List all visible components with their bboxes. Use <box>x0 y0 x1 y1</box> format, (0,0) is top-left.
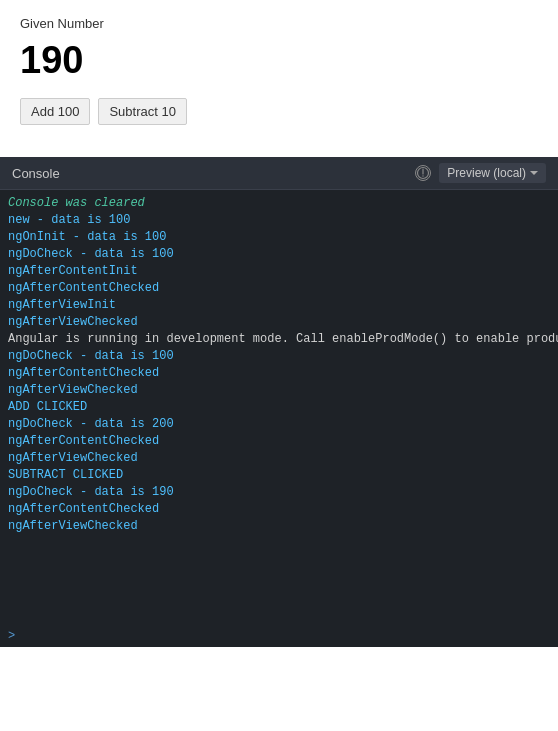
console-line: ngAfterViewChecked <box>8 381 550 398</box>
preview-select[interactable]: Preview (local) <box>439 163 546 183</box>
console-line: ngAfterContentChecked <box>8 500 550 517</box>
chevron-down-icon <box>530 171 538 175</box>
console-line: ngDoCheck - data is 200 <box>8 415 550 432</box>
console-line: ngAfterViewChecked <box>8 517 550 534</box>
given-number-label: Given Number <box>20 16 538 31</box>
console-line: ngAfterContentInit <box>8 262 550 279</box>
console-toolbar: Preview (local) <box>415 163 546 183</box>
svg-point-2 <box>423 175 424 176</box>
buttons-row: Add 100 Subtract 10 <box>20 98 538 125</box>
console-line: ngAfterContentChecked <box>8 364 550 381</box>
number-display: 190 <box>20 39 538 82</box>
console-line: new - data is 100 <box>8 211 550 228</box>
console-line: ngAfterViewInit <box>8 296 550 313</box>
subtract-button[interactable]: Subtract 10 <box>98 98 187 125</box>
console-line: Angular is running in development mode. … <box>8 330 550 347</box>
console-line: ngAfterViewChecked <box>8 313 550 330</box>
console-line: ADD CLICKED <box>8 398 550 415</box>
console-line: ngDoCheck - data is 190 <box>8 483 550 500</box>
console-line: SUBTRACT CLICKED <box>8 466 550 483</box>
console-section: Console Preview (local) Console was clea… <box>0 157 558 647</box>
clear-console-icon[interactable] <box>415 165 431 181</box>
console-header: Console Preview (local) <box>0 157 558 190</box>
console-line: ngAfterViewChecked <box>8 449 550 466</box>
console-line: Console was cleared <box>8 194 550 211</box>
console-line: ngDoCheck - data is 100 <box>8 347 550 364</box>
console-line: ngDoCheck - data is 100 <box>8 245 550 262</box>
preview-label: Preview (local) <box>447 166 526 180</box>
console-line: ngOnInit - data is 100 <box>8 228 550 245</box>
add-button[interactable]: Add 100 <box>20 98 90 125</box>
console-prompt[interactable]: > <box>0 625 558 647</box>
console-body: Console was clearednew - data is 100ngOn… <box>0 190 558 625</box>
console-title: Console <box>12 166 60 181</box>
main-section: Given Number 190 Add 100 Subtract 10 <box>0 0 558 157</box>
console-line: ngAfterContentChecked <box>8 279 550 296</box>
console-line: ngAfterContentChecked <box>8 432 550 449</box>
